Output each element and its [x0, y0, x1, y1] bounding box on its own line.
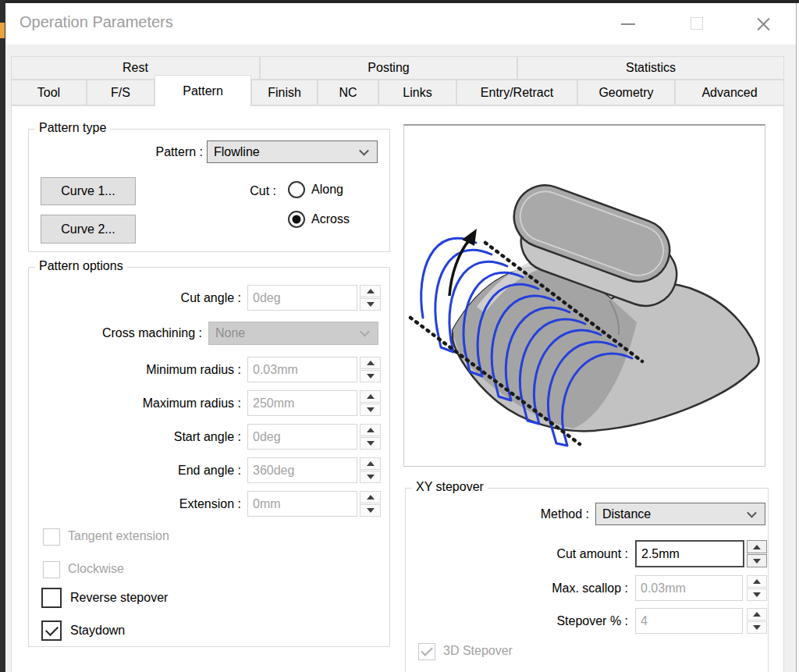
maximize-button[interactable]: [679, 11, 715, 37]
reverse-stepover-checkbox[interactable]: [41, 588, 62, 608]
clockwise-checkbox[interactable]: [43, 561, 60, 578]
tab-fs[interactable]: F/S: [87, 80, 154, 105]
staydown-checkbox[interactable]: [41, 620, 62, 641]
extension-spinner: [360, 491, 381, 517]
pattern-tab-page: Pattern type Pattern : Flowline Curve 1.…: [11, 105, 784, 672]
toolpath-preview-panel: [403, 124, 765, 467]
stepover-pct-label: Stepover % :: [406, 608, 628, 634]
minimum-radius-label: Minimum radius :: [29, 357, 241, 382]
tab-links[interactable]: Links: [378, 80, 456, 105]
chevron-down-icon: [747, 507, 757, 517]
spin-down-icon[interactable]: [360, 370, 381, 382]
spin-down-icon[interactable]: [360, 437, 381, 450]
spin-up-icon[interactable]: [360, 424, 381, 436]
spin-down-icon[interactable]: [747, 554, 767, 567]
method-combobox[interactable]: Distance: [595, 503, 765, 525]
cut-angle-spinner: [360, 285, 381, 311]
method-combobox-value: Distance: [602, 507, 651, 521]
maximum-radius-label: Maximum radius :: [29, 390, 241, 416]
end-angle-label: End angle :: [29, 457, 241, 483]
cut-angle-input[interactable]: [247, 285, 357, 311]
tab-entry-retract[interactable]: Entry/Retract: [456, 80, 577, 105]
spin-down-icon[interactable]: [360, 404, 381, 416]
cut-angle-label: Cut angle :: [29, 285, 241, 311]
background-accent-mark: [0, 23, 5, 38]
cut-amount-input[interactable]: [635, 540, 744, 567]
3d-stepover-checkbox[interactable]: [418, 643, 435, 660]
tangent-extension-label: Tangent extension: [68, 529, 169, 543]
start-angle-input[interactable]: [247, 424, 357, 450]
tab-finish[interactable]: Finish: [251, 80, 318, 105]
minimize-icon: [621, 23, 635, 25]
pattern-type-group-label: Pattern type: [35, 121, 110, 135]
max-scallop-input[interactable]: [635, 575, 743, 601]
cross-machining-label: Cross machining :: [29, 322, 202, 345]
spin-up-icon[interactable]: [360, 390, 381, 403]
spin-down-icon[interactable]: [360, 298, 381, 311]
end-angle-spinner: [360, 457, 381, 483]
maximum-radius-input[interactable]: [247, 390, 357, 416]
spin-up-icon[interactable]: [747, 575, 767, 588]
extension-label: Extension :: [29, 491, 241, 517]
maximize-icon: [691, 17, 703, 30]
staydown-label: Staydown: [70, 624, 125, 638]
chevron-down-icon: [360, 327, 370, 337]
pattern-type-group: Pattern type Pattern : Flowline Curve 1.…: [28, 129, 390, 252]
dialog-title: Operation Parameters: [20, 13, 173, 31]
tab-advanced[interactable]: Advanced: [675, 80, 784, 105]
tab-pattern[interactable]: Pattern: [154, 75, 251, 106]
3d-stepover-label: 3D Stepover: [443, 644, 513, 658]
pattern-combobox[interactable]: Flowline: [207, 140, 378, 163]
method-label: Method :: [406, 503, 589, 525]
close-button[interactable]: [745, 11, 781, 37]
start-angle-spinner: [360, 424, 381, 450]
stepover-pct-spinner: [747, 608, 767, 634]
cross-machining-value: None: [215, 326, 245, 340]
stepover-pct-input[interactable]: [635, 608, 743, 634]
desktop-left-strip: [0, 0, 5, 672]
spin-up-icon[interactable]: [360, 457, 381, 470]
spin-up-icon[interactable]: [747, 540, 767, 553]
radio-across[interactable]: [288, 211, 305, 228]
end-angle-input[interactable]: [247, 457, 357, 483]
tab-geometry[interactable]: Geometry: [577, 80, 675, 105]
spin-up-icon[interactable]: [747, 608, 767, 620]
cross-machining-combobox[interactable]: None: [208, 322, 378, 345]
title-bar: Operation Parameters: [5, 3, 796, 44]
minimize-button[interactable]: [610, 11, 646, 37]
tab-statistics[interactable]: Statistics: [517, 56, 784, 80]
cut-label: Cut :: [222, 183, 276, 200]
radio-along-label: Along: [311, 183, 343, 197]
spin-up-icon[interactable]: [360, 491, 381, 503]
cut-amount-label: Cut amount :: [406, 540, 628, 567]
minimum-radius-input[interactable]: [247, 357, 357, 382]
curve1-button[interactable]: Curve 1...: [41, 177, 136, 205]
tab-tool[interactable]: Tool: [11, 80, 87, 105]
spin-up-icon[interactable]: [360, 285, 381, 297]
tangent-extension-checkbox[interactable]: [43, 528, 60, 546]
minimum-radius-spinner: [360, 357, 381, 382]
maximum-radius-spinner: [360, 390, 381, 416]
spin-down-icon[interactable]: [360, 504, 381, 517]
curve2-button[interactable]: Curve 2...: [41, 215, 136, 244]
max-scallop-label: Max. scallop :: [406, 575, 628, 601]
spin-down-icon[interactable]: [747, 588, 767, 601]
tab-nc[interactable]: NC: [318, 80, 378, 105]
radio-across-label: Across: [311, 212, 350, 226]
tab-posting[interactable]: Posting: [260, 56, 517, 80]
pattern-label: Pattern :: [76, 140, 203, 163]
pattern-options-group-label: Pattern options: [35, 259, 127, 273]
screen: Operation Parameters Rest Posting Statis…: [0, 0, 799, 672]
max-scallop-spinner: [747, 575, 767, 601]
clockwise-label: Clockwise: [68, 562, 124, 576]
cut-amount-spinner: [747, 540, 767, 567]
spin-down-icon[interactable]: [360, 471, 381, 483]
operation-parameters-dialog: Operation Parameters Rest Posting Statis…: [5, 3, 797, 672]
spin-down-icon[interactable]: [747, 621, 767, 634]
radio-along[interactable]: [288, 181, 305, 198]
chevron-down-icon: [359, 145, 369, 155]
extension-input[interactable]: [247, 491, 357, 517]
preview-image: [404, 126, 765, 466]
spin-up-icon[interactable]: [360, 357, 381, 369]
pattern-combobox-value: Flowline: [214, 145, 260, 159]
